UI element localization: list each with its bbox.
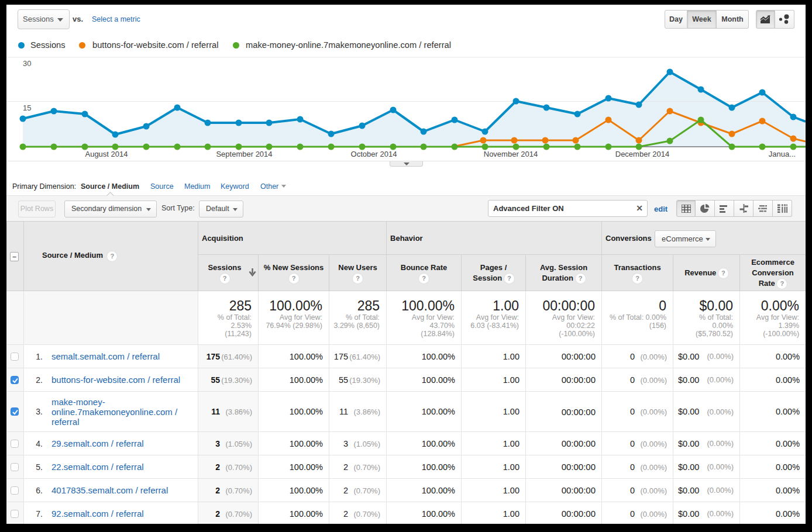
svg-text:Janua...: Janua... [769, 150, 796, 158]
svg-text:November 2014: November 2014 [484, 150, 538, 158]
svg-text:30: 30 [23, 59, 31, 68]
svg-text:December 2014: December 2014 [615, 150, 670, 158]
svg-text:August 2014: August 2014 [85, 150, 128, 158]
svg-text:15: 15 [23, 103, 31, 112]
svg-text:October 2014: October 2014 [351, 150, 397, 158]
svg-text:September 2014: September 2014 [216, 150, 272, 158]
